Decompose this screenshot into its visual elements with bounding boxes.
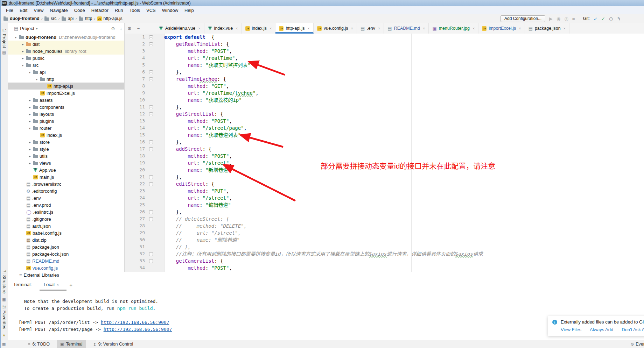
tree-item-utils[interactable]: ▸utils bbox=[8, 152, 124, 159]
tree-item-src[interactable]: ▾src bbox=[8, 62, 124, 69]
fold-end-icon[interactable] bbox=[149, 70, 153, 74]
tab-index.js[interactable]: JSindex.js× bbox=[242, 23, 276, 34]
collapse-all-icon[interactable]: ↕ bbox=[120, 26, 122, 31]
menu-tools[interactable]: Tools bbox=[126, 7, 143, 14]
tree-item-public[interactable]: ▸public bbox=[8, 55, 124, 62]
tree-item-importExcel.js[interactable]: JSimportExcel.js bbox=[8, 90, 124, 97]
menu-vcs[interactable]: VCS bbox=[143, 7, 159, 14]
tab-index.vue[interactable]: index.vue× bbox=[204, 23, 242, 34]
fold-region-icon[interactable] bbox=[149, 147, 153, 151]
tree-item-plugins[interactable]: ▸plugins bbox=[8, 118, 124, 125]
tree-item-package.json[interactable]: ▤package.json bbox=[8, 243, 124, 250]
tree-item-.gitignore[interactable]: ▤.gitignore bbox=[8, 215, 124, 222]
git-commit-check-icon[interactable]: ✓ bbox=[601, 16, 605, 21]
tree-item-store[interactable]: ▸store bbox=[8, 139, 124, 145]
close-icon[interactable]: × bbox=[378, 26, 380, 30]
tree-item-http[interactable]: ▾http bbox=[8, 76, 124, 83]
tree-item-.browserslistrc[interactable]: ▤.browserslistrc bbox=[8, 180, 124, 187]
locate-file-icon[interactable]: ⊙ bbox=[111, 26, 115, 31]
tree-item-auth.json[interactable]: ▤auth.json bbox=[8, 222, 124, 229]
notification-action-always-add[interactable]: Always Add bbox=[590, 327, 613, 332]
tree-item-App.vue[interactable]: App.vue bbox=[8, 166, 124, 173]
chevron-right-icon[interactable]: ▸ bbox=[19, 49, 26, 53]
chevron-down-icon[interactable]: ▾ bbox=[19, 63, 26, 67]
close-icon[interactable]: × bbox=[519, 26, 521, 30]
project-panel-header[interactable]: ▤ Project ▾ bbox=[8, 23, 124, 34]
tab-package.json[interactable]: ▤package.json× bbox=[525, 23, 569, 34]
fold-end-icon[interactable] bbox=[149, 140, 153, 144]
breadcrumb-item-duoji-frontend[interactable]: duoji-frontend bbox=[4, 16, 40, 21]
terminal-link[interactable]: http://192.168.66.56:9007 bbox=[101, 320, 169, 325]
chevron-right-icon[interactable]: ▸ bbox=[26, 98, 33, 102]
fold-region-icon[interactable] bbox=[149, 35, 153, 39]
tab-importExcel.js[interactable]: JSimportExcel.js× bbox=[478, 23, 525, 34]
chevron-right-icon[interactable]: ▸ bbox=[26, 112, 33, 116]
chevron-down-icon[interactable]: ▾ bbox=[12, 35, 19, 39]
breadcrumb-item-api[interactable]: api bbox=[62, 16, 74, 21]
tree-item-package-lock.json[interactable]: ▤package-lock.json bbox=[8, 250, 124, 257]
tree-item-README.md[interactable]: ▤README.md bbox=[8, 257, 124, 264]
code-editor[interactable]: 1export default {2 getRealTimeList: {3 m… bbox=[124, 34, 644, 272]
menu-help[interactable]: Help bbox=[181, 7, 197, 14]
tab-http-api.js[interactable]: JShttp-api.js× bbox=[275, 23, 314, 34]
menu-file[interactable]: File bbox=[3, 7, 16, 14]
tab-AsideMenu.vue[interactable]: AsideMenu.vue× bbox=[155, 23, 204, 34]
tree-item-main.js[interactable]: JSmain.js bbox=[8, 173, 124, 180]
settings-gear-icon[interactable]: ⚙ bbox=[127, 26, 132, 31]
close-icon[interactable]: × bbox=[308, 26, 310, 30]
tree-item-babel.config.js[interactable]: JSbabel.config.js bbox=[8, 229, 124, 236]
statusbar-9-version-control[interactable]: ↥9: Version Control bbox=[90, 340, 137, 348]
chevron-down-icon[interactable]: ▾ bbox=[33, 77, 40, 81]
close-icon[interactable]: × bbox=[564, 26, 566, 30]
stripe-favorites-button[interactable]: 2: Favorites bbox=[2, 305, 7, 329]
tree-item-.env.prod[interactable]: ▤.env.prod bbox=[8, 201, 124, 208]
tree-item-api[interactable]: ▾api bbox=[8, 69, 124, 76]
tree-item-components[interactable]: ▸components bbox=[8, 104, 124, 111]
tab-.env[interactable]: ▤.env× bbox=[357, 23, 384, 34]
breadcrumb-item-src[interactable]: src bbox=[44, 16, 57, 21]
tree-item-node_modules[interactable]: ▸node_moduleslibrary root bbox=[8, 48, 124, 55]
menu-refactor[interactable]: Refactor bbox=[88, 7, 112, 14]
fold-end-icon[interactable] bbox=[149, 105, 153, 109]
chevron-right-icon[interactable]: ▸ bbox=[19, 42, 26, 46]
chevron-down-icon[interactable]: ▾ bbox=[26, 126, 33, 130]
toolwindow-toggle-icon[interactable]: ▦ bbox=[2, 342, 6, 346]
tree-item-External Libraries[interactable]: ≡External Libraries bbox=[8, 271, 124, 278]
event-log-button[interactable]: ⊙ Event Log bbox=[631, 340, 644, 348]
close-icon[interactable]: × bbox=[236, 26, 238, 30]
tree-item-duoji-frontend[interactable]: ▾duoji-frontendD:\zheheWeb\duoji-fronten… bbox=[8, 34, 124, 41]
fold-region-icon[interactable] bbox=[149, 217, 153, 221]
terminal-output[interactable]: Note that the development build is not o… bbox=[19, 298, 640, 341]
debug-bug-icon[interactable]: ◉ bbox=[556, 16, 560, 21]
chevron-right-icon[interactable]: ▸ bbox=[26, 105, 33, 109]
chevron-right-icon[interactable]: ▸ bbox=[26, 140, 33, 144]
close-icon[interactable]: × bbox=[198, 26, 200, 30]
statusbar-terminal[interactable]: ▣Terminal bbox=[57, 340, 86, 348]
stripe-structure-button[interactable]: 7: Structure bbox=[2, 270, 7, 294]
close-icon[interactable]: × bbox=[472, 26, 475, 30]
new-terminal-tab-button[interactable]: + bbox=[69, 282, 72, 288]
tab-README.md[interactable]: ▤README.md× bbox=[384, 23, 429, 34]
tree-item-.env[interactable]: ▤.env bbox=[8, 194, 124, 201]
run-coverage-icon[interactable]: ◎ bbox=[564, 16, 568, 21]
menu-run[interactable]: Run bbox=[112, 7, 126, 14]
chevron-down-icon[interactable]: ▾ bbox=[26, 70, 33, 74]
close-icon[interactable]: × bbox=[57, 283, 59, 287]
editor-terminal-divider[interactable] bbox=[124, 272, 644, 272]
statusbar-6-todo[interactable]: ≡6: TODO bbox=[24, 340, 53, 348]
git-update-icon[interactable]: ↙ bbox=[594, 16, 597, 21]
fold-region-icon[interactable] bbox=[149, 259, 153, 263]
tab-vue.config.js[interactable]: JSvue.config.js× bbox=[314, 23, 357, 34]
menu-window[interactable]: Window bbox=[159, 7, 181, 14]
close-icon[interactable]: × bbox=[270, 26, 272, 30]
fold-region-icon[interactable] bbox=[149, 112, 153, 116]
menu-navigate[interactable]: Navigate bbox=[47, 7, 71, 14]
rollback-icon[interactable]: ↰ bbox=[617, 16, 621, 21]
terminal-link[interactable]: http://192.168.66.56:9007 bbox=[104, 327, 172, 332]
tree-item-style[interactable]: ▸style bbox=[8, 145, 124, 152]
menu-view[interactable]: View bbox=[30, 7, 47, 14]
tree-item-http-api.js[interactable]: JShttp-api.js bbox=[8, 83, 124, 90]
fold-region-icon[interactable] bbox=[149, 252, 153, 256]
chevron-right-icon[interactable]: ▸ bbox=[26, 154, 33, 158]
close-icon[interactable]: × bbox=[351, 26, 353, 30]
